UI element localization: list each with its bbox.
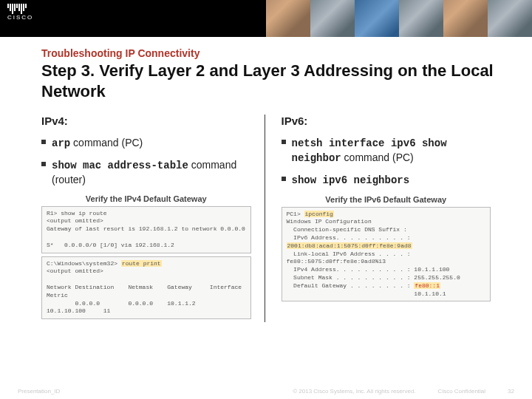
ipv4-bullet-arp: arp command (PC) [41, 136, 251, 151]
show-mac-command-text: show mac address-table [52, 160, 188, 171]
ipv4-screenshot: Verify the IPv4 Default Gateway R1> show… [41, 194, 251, 320]
pc-route-print-pane: C:\Windows\system32> route print <output… [41, 256, 251, 320]
default-gateway-highlight: fe80::1 [414, 282, 440, 289]
ipv4-heading: IPv4: [41, 115, 251, 127]
cisco-logo: CISCO [7, 4, 33, 21]
ipv6-bullet-netsh: netsh interface ipv6 show neighbor comma… [282, 136, 491, 166]
ipv6-column: IPv6: netsh interface ipv6 show neighbor… [265, 115, 505, 322]
ipconfig-highlight: ipconfig [304, 211, 334, 217]
section-label: Troubleshooting IP Connectivity [41, 47, 504, 59]
ipv6-shot-title: Verify the IPv6 Default Gateway [282, 195, 491, 204]
show-ipv6-neighbors-text: show ipv6 neighbors [292, 174, 410, 186]
ipv6-heading: IPv6: [282, 115, 491, 127]
ipv6-bullet-show-neighbors: show ipv6 neighbors [282, 173, 491, 188]
slide-title: Step 3. Verify Layer 2 and Layer 3 Addre… [41, 61, 504, 101]
copyright-text: © 2013 Cisco Systems, Inc. All rights re… [293, 388, 415, 395]
ipv4-bullet-show-mac: show mac address-table command (router) [41, 158, 251, 187]
page-number: 32 [508, 388, 514, 395]
arp-command-text: arp [52, 137, 70, 149]
confidential-text: Cisco Confidential [438, 388, 485, 395]
ipv6-screenshot: Verify the IPv6 Default Gateway PC1> ipc… [282, 195, 491, 302]
ipv4-shot-title: Verify the IPv4 Default Gateway [41, 194, 251, 203]
banner-people-photo [266, 0, 532, 37]
logo-text: CISCO [7, 14, 33, 21]
header-banner: CISCO [0, 0, 532, 37]
ipconfig-output-pane: PC1> ipconfig Windows IP Configuration C… [282, 207, 491, 302]
presentation-id: Presentation_ID [18, 388, 60, 395]
ipv4-column: IPv4: arp command (PC) show mac address-… [41, 115, 265, 322]
ipv6-address-highlight: 2001:db8:acad:1:5075:d0ff:fe8e:9ad8 [287, 242, 412, 249]
slide-content: Troubleshooting IP Connectivity Step 3. … [0, 37, 532, 322]
footer: Presentation_ID © 2013 Cisco Systems, In… [0, 388, 532, 395]
route-print-highlight: route print [121, 260, 162, 267]
router-output-pane: R1> show ip route <output omitted> Gatew… [41, 206, 251, 253]
